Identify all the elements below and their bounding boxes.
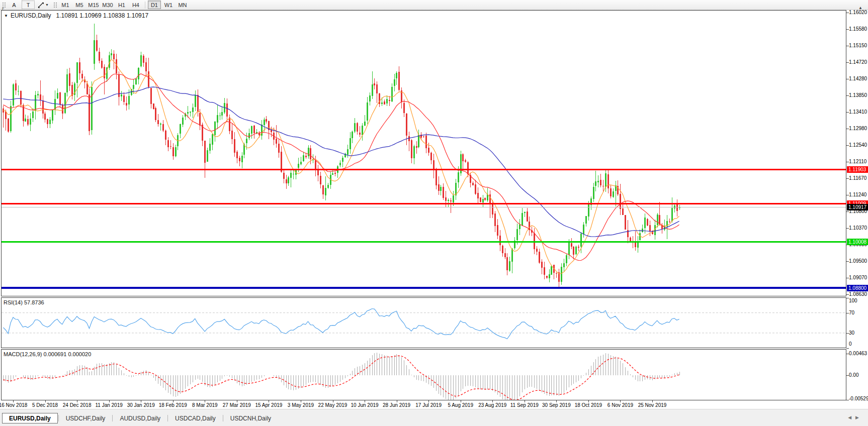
date-tick-label: 8 Mar 2019: [192, 402, 218, 408]
date-tick-label: 22 May 2019: [318, 402, 348, 408]
price-marker-1.11903: 1.11903: [847, 166, 868, 173]
date-tick-label: 3 May 2019: [288, 402, 314, 408]
price-marker-1.10008: 1.10008: [847, 239, 868, 245]
date-tick-label: 10 Jun 2019: [351, 402, 379, 408]
tab-separator: [112, 415, 113, 421]
macd-label: MACD(12,26,9) 0.000691 0.000020: [4, 351, 91, 357]
moving-average-50: [3, 87, 679, 237]
rsi-line: [3, 309, 679, 339]
price-tick-label: 1.12540: [849, 142, 868, 148]
price-tick-label: 1.15580: [849, 26, 868, 32]
tab-separator: [167, 415, 168, 421]
date-tick-label: 28 Jun 2019: [383, 402, 410, 408]
date-tick-label: 30 Sep 2019: [542, 402, 571, 408]
date-tick-label: 18 Feb 2019: [159, 402, 187, 408]
tab-separator: [58, 415, 59, 421]
date-tick-label: 25 Nov 2019: [638, 402, 667, 408]
chart-tabs: EURUSD,DailyUSDCHF,DailyAUDUSD,DailyUSDC…: [2, 413, 278, 423]
rsi-axis-label: 70: [849, 310, 868, 315]
ohlc-values: 1.10891 1.10969 1.10838 1.10917: [56, 12, 149, 19]
date-tick-label: 18 Oct 2019: [575, 402, 602, 408]
price-tick-label: 1.10370: [849, 225, 868, 231]
moving-average-20: [3, 74, 679, 261]
date-tick-label: 16 Nov 2018: [0, 402, 27, 408]
price-marker-1.08800: 1.08800: [847, 285, 868, 291]
date-tick-label: 5 Dec 2018: [32, 402, 58, 408]
date-tick-label: 17 Jul 2019: [415, 402, 442, 408]
macd-histogram: [4, 353, 680, 405]
date-tick-label: 24 Dec 2018: [63, 402, 92, 408]
date-tick-label: 23 Aug 2019: [478, 402, 506, 408]
price-tick-label: 1.11670: [849, 175, 868, 181]
tab-scroll-left-icon[interactable]: ◀: [848, 415, 855, 420]
price-tick-label: 1.12110: [849, 159, 868, 164]
terminal-window: F A T ▼ M1M5M15M30H1H4D1W1MN ▼EURUSD,Dai…: [0, 0, 868, 426]
date-tick-label: 27 Mar 2019: [223, 402, 251, 408]
macd-axis-label: 0.00463: [849, 351, 868, 356]
price-tick-label: 1.16020: [849, 10, 868, 15]
price-tick-label: 1.13410: [849, 109, 868, 115]
price-tick-label: 1.09070: [849, 275, 868, 280]
chart-canvas[interactable]: [0, 0, 868, 426]
symbol-period-label: EURUSD,Daily: [11, 12, 51, 19]
rsi-label: RSI(14) 57.8736: [4, 299, 44, 305]
date-tick-label: 30 Jan 2019: [127, 402, 155, 408]
chart-tab-audusd[interactable]: AUDUSD,Daily: [113, 413, 167, 423]
chart-tab-strip: EURUSD,DailyUSDCHF,DailyAUDUSD,DailyUSDC…: [0, 409, 868, 426]
tab-scroll-arrows: ◀▶: [848, 415, 863, 420]
price-tick-label: 1.15150: [849, 43, 868, 48]
chart-tab-usdchf[interactable]: USDCHF,Daily: [59, 413, 112, 423]
chart-tab-eurusd[interactable]: EURUSD,Daily: [2, 413, 58, 423]
date-tick-label: 15 Apr 2019: [255, 402, 282, 408]
price-tick-label: 1.08630: [849, 291, 868, 297]
axis-scroll-marker-icon[interactable]: ▲: [858, 6, 862, 10]
rsi-axis-label: 30: [849, 330, 868, 336]
price-tick-label: 1.12980: [849, 126, 868, 131]
chart-tab-usdcad[interactable]: USDCAD,Daily: [168, 413, 222, 423]
price-marker-1.10917: 1.10917: [847, 204, 868, 210]
price-tick-label: 1.14280: [849, 76, 868, 81]
rsi-axis-label: 100: [849, 298, 868, 303]
price-tick-label: 1.11240: [849, 192, 868, 197]
price-tick-label: 1.13850: [849, 92, 868, 98]
date-tick-label: 5 Aug 2019: [448, 402, 473, 408]
tab-scroll-right-icon[interactable]: ▶: [855, 415, 863, 420]
date-tick-label: 11 Jan 2019: [95, 402, 122, 408]
macd-signal-line: [3, 356, 679, 400]
chart-tab-usdcnh[interactable]: USDCNH,Daily: [224, 413, 278, 423]
tab-separator: [223, 415, 223, 421]
price-tick-label: 1.14720: [849, 59, 868, 65]
date-tick-label: 6 Nov 2019: [607, 402, 633, 408]
macd-axis-label: 0.00: [849, 372, 868, 378]
rsi-axis-label: 0: [849, 341, 868, 347]
chart-dropdown-icon[interactable]: ▼: [4, 14, 8, 18]
date-tick-label: 11 Sep 2019: [510, 402, 539, 408]
price-tick-label: 1.09500: [849, 258, 868, 264]
macd-axis-label: -0.005299: [849, 396, 868, 401]
chart-title: ▼EURUSD,Daily1.10891 1.10969 1.10838 1.1…: [4, 12, 148, 19]
